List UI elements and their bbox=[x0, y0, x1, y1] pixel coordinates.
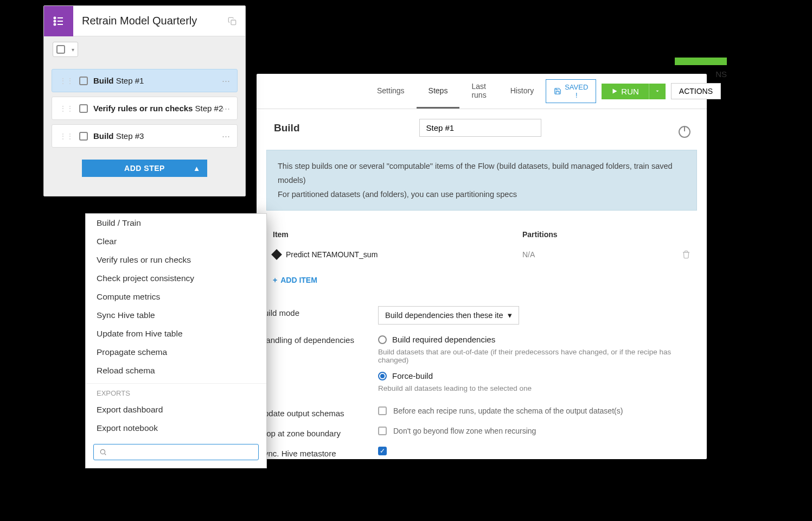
actions-button[interactable]: ACTIONS bbox=[671, 83, 721, 99]
more-icon[interactable]: ⋯ bbox=[222, 104, 231, 113]
chevron-up-icon: ▴ bbox=[195, 164, 199, 173]
step-checkbox[interactable] bbox=[79, 132, 88, 141]
help-text: Rebuild all datasets leading to the sele… bbox=[378, 382, 699, 398]
checkbox-icon bbox=[56, 45, 65, 54]
checkbox-help: Don't go beyond flow zone when recursing bbox=[393, 427, 536, 435]
dd-section-exports: EXPORTS bbox=[86, 383, 266, 401]
dd-item-compute-metrics[interactable]: Compute metrics bbox=[86, 288, 266, 306]
dd-item-check-consistency[interactable]: Check project consistency bbox=[86, 269, 266, 288]
drag-handle-icon[interactable]: ⋮⋮ bbox=[60, 77, 74, 85]
drag-handle-icon[interactable]: ⋮⋮ bbox=[60, 132, 74, 140]
saved-label: SAVED ! bbox=[565, 83, 588, 99]
search-icon bbox=[99, 448, 107, 456]
copy-icon[interactable] bbox=[228, 17, 245, 26]
scenario-title: Retrain Model Quarterly bbox=[73, 15, 228, 27]
select-all-dropdown[interactable]: ▾ bbox=[53, 42, 78, 57]
svg-point-7 bbox=[100, 449, 105, 454]
sync-hive-label: ync. Hive metastore bbox=[264, 447, 378, 458]
item-name: Predict NETAMOUNT_sum bbox=[286, 250, 378, 259]
model-diamond-icon bbox=[271, 249, 282, 260]
items-section: Item Partitions Predict NETAMOUNT_sum N/… bbox=[257, 220, 707, 300]
step-detail-panel: NS Settings Steps Last runs History SAVE… bbox=[257, 74, 707, 459]
sync-hive-checkbox[interactable]: ✓ bbox=[378, 447, 387, 455]
build-mode-value: Build dependencies then these ite bbox=[385, 311, 503, 320]
power-icon[interactable] bbox=[679, 126, 690, 138]
radio-icon bbox=[378, 335, 387, 344]
trash-icon[interactable] bbox=[682, 250, 690, 259]
info-banner: This step builds one or several "computa… bbox=[266, 150, 697, 211]
run-label: RUN bbox=[621, 87, 639, 96]
plus-icon: + bbox=[273, 276, 277, 284]
run-caret-button[interactable] bbox=[649, 84, 666, 99]
col-header-item: Item bbox=[273, 230, 522, 239]
chevron-down-icon: ▾ bbox=[68, 47, 78, 53]
banner-line-1: This step builds one or several "computa… bbox=[278, 159, 686, 187]
dd-item-build-train[interactable]: Build / Train bbox=[86, 214, 266, 232]
radio-icon bbox=[378, 372, 387, 380]
scenario-steps-panel: Retrain Model Quarterly ▾ ⋮⋮ Build Step … bbox=[43, 5, 246, 196]
add-step-label: ADD STEP bbox=[124, 164, 165, 173]
dd-item-update-hive[interactable]: Update from Hive table bbox=[86, 325, 266, 343]
item-row: Predict NETAMOUNT_sum N/A bbox=[273, 244, 690, 265]
add-step-dropdown: Build / Train Clear Verify rules or run … bbox=[85, 213, 267, 468]
update-schemas-checkbox[interactable] bbox=[378, 406, 387, 415]
more-icon[interactable]: ⋯ bbox=[222, 76, 231, 86]
build-mode-label: uild mode bbox=[264, 306, 378, 317]
dd-item-verify[interactable]: Verify rules or run checks bbox=[86, 251, 266, 269]
drag-handle-icon[interactable]: ⋮⋮ bbox=[60, 105, 74, 112]
step-name-input[interactable] bbox=[419, 119, 541, 137]
run-button-group: RUN bbox=[602, 84, 666, 99]
checkbox-help: Before each recipe runs, update the sche… bbox=[393, 406, 623, 415]
dd-item-reload-schema[interactable]: Reload schema bbox=[86, 361, 266, 380]
update-schemas-label: pdate output schemas bbox=[264, 406, 378, 418]
dd-item-export-notebook[interactable]: Export notebook bbox=[86, 419, 266, 437]
step-card[interactable]: ⋮⋮ Build Step #1 ⋯ bbox=[52, 69, 238, 92]
radio-force-build[interactable]: Force-build bbox=[378, 370, 699, 382]
step-suffix: Step #2 bbox=[195, 104, 223, 113]
stop-zone-checkbox[interactable] bbox=[378, 427, 387, 435]
tab-history[interactable]: History bbox=[498, 74, 546, 109]
add-item-label: ADD ITEM bbox=[280, 276, 317, 284]
tabs-row: Settings Steps Last runs History SAVED !… bbox=[257, 74, 707, 109]
dd-item-export-dashboard[interactable]: Export dashboard bbox=[86, 401, 266, 419]
tab-last-runs[interactable]: Last runs bbox=[459, 74, 498, 109]
help-text: Build datasets that are out-of-date (if … bbox=[378, 346, 699, 370]
step-name: Verify rules or run checks bbox=[93, 104, 193, 113]
step-card[interactable]: ⋮⋮ Verify rules or run checks Step #2 ⋯ bbox=[52, 97, 238, 120]
radio-label: Build required dependencies bbox=[392, 335, 495, 344]
step-card[interactable]: ⋮⋮ Build Step #3 ⋯ bbox=[52, 124, 238, 148]
dropdown-search[interactable] bbox=[93, 444, 259, 460]
dd-item-clear[interactable]: Clear bbox=[86, 232, 266, 251]
step-type-title: Build bbox=[274, 122, 300, 134]
add-step-button[interactable]: ADD STEP ▴ bbox=[82, 160, 207, 177]
scenario-header: Retrain Model Quarterly bbox=[44, 6, 245, 36]
stop-zone-label: top at zone boundary bbox=[264, 427, 378, 438]
dropdown-search-input[interactable] bbox=[111, 448, 253, 456]
radio-build-required[interactable]: Build required dependencies bbox=[378, 333, 699, 346]
scenario-list-icon[interactable] bbox=[44, 6, 73, 36]
step-checkbox[interactable] bbox=[79, 104, 88, 113]
handling-label: landling of dependencies bbox=[264, 333, 378, 345]
items-header: Item Partitions bbox=[273, 225, 690, 244]
run-button[interactable]: RUN bbox=[602, 84, 649, 99]
step-header: Build bbox=[257, 109, 707, 147]
play-icon bbox=[611, 88, 618, 94]
dd-item-propagate-schema[interactable]: Propagate schema bbox=[86, 343, 266, 361]
add-item-button[interactable]: + ADD ITEM bbox=[273, 265, 690, 295]
step-suffix: Step #1 bbox=[116, 76, 144, 85]
step-name: Build bbox=[93, 76, 114, 85]
dd-item-sync-hive[interactable]: Sync Hive table bbox=[86, 306, 266, 325]
saved-button[interactable]: SAVED ! bbox=[546, 79, 596, 103]
tab-settings[interactable]: Settings bbox=[365, 74, 417, 109]
svg-rect-6 bbox=[231, 20, 236, 25]
step-suffix: Step #3 bbox=[116, 131, 144, 141]
step-checkbox[interactable] bbox=[79, 77, 88, 85]
radio-label: Force-build bbox=[392, 371, 433, 380]
build-mode-select[interactable]: Build dependencies then these ite ▾ bbox=[378, 306, 519, 325]
truncated-text-ns: NS bbox=[715, 69, 727, 79]
col-header-partitions: Partitions bbox=[522, 230, 558, 239]
tab-steps[interactable]: Steps bbox=[417, 74, 460, 109]
save-icon bbox=[554, 87, 561, 95]
more-icon[interactable]: ⋯ bbox=[222, 131, 231, 141]
svg-point-0 bbox=[54, 17, 56, 18]
